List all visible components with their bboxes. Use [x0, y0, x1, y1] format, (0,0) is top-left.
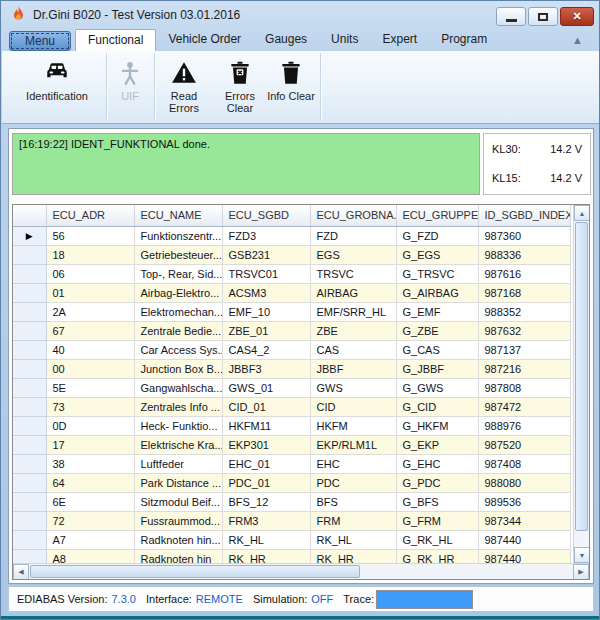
identification-button[interactable]: Identification: [10, 53, 104, 122]
vertical-scrollbar[interactable]: ▲ ▼: [573, 205, 589, 563]
table-cell[interactable]: 987440: [478, 530, 570, 549]
row-selector[interactable]: [13, 245, 46, 264]
table-row[interactable]: 40Car Access Sys...CAS4_2CASG_CAS987137: [13, 340, 570, 359]
table-cell[interactable]: Car Access Sys...: [134, 340, 222, 359]
table-cell[interactable]: G_EHC: [396, 454, 478, 473]
table-cell[interactable]: 988976: [478, 416, 570, 435]
table-row[interactable]: 38LuftfederEHC_01EHCG_EHC987408: [13, 454, 570, 473]
row-selector[interactable]: [13, 302, 46, 321]
column-header[interactable]: ID_SGBD_INDEX: [478, 205, 570, 226]
table-row[interactable]: ▶56Funktionszentr...FZD3FZDG_FZD987360: [13, 226, 570, 245]
tab-units[interactable]: Units: [319, 29, 370, 51]
row-selector[interactable]: ▶: [13, 226, 46, 245]
table-cell[interactable]: 01: [46, 283, 134, 302]
table-cell[interactable]: EMF/SRR_HL: [310, 302, 396, 321]
table-cell[interactable]: 5E: [46, 378, 134, 397]
table-cell[interactable]: G_HKFM: [396, 416, 478, 435]
collapse-ribbon-icon[interactable]: ▲: [572, 34, 583, 46]
table-row[interactable]: 64Park Distance ...PDC_01PDCG_PDC988080: [13, 473, 570, 492]
table-row[interactable]: A8Radknoten hinRK_HRRK_HRG_RK_HR987440: [13, 549, 570, 563]
table-cell[interactable]: 987520: [478, 435, 570, 454]
menu-button[interactable]: Menu: [9, 31, 71, 51]
close-button[interactable]: ✕: [560, 7, 594, 26]
info-clear-button[interactable]: Info Clear: [266, 53, 316, 122]
table-cell[interactable]: RK_HR: [222, 549, 310, 563]
table-cell[interactable]: FRM3: [222, 511, 310, 530]
table-cell[interactable]: G_EKP: [396, 435, 478, 454]
table-cell[interactable]: 17: [46, 435, 134, 454]
table-cell[interactable]: Elektrische Kra...: [134, 435, 222, 454]
row-selector[interactable]: [13, 283, 46, 302]
scroll-left-button[interactable]: ◀: [13, 564, 29, 580]
column-header[interactable]: ECU_GRUPPE: [396, 205, 478, 226]
tab-vehicle-order[interactable]: Vehicle Order: [156, 29, 253, 51]
table-cell[interactable]: RK_HL: [222, 530, 310, 549]
tab-expert[interactable]: Expert: [370, 29, 429, 51]
table-cell[interactable]: 987472: [478, 397, 570, 416]
table-row[interactable]: 73Zentrales Info ...CID_01CIDG_CID987472: [13, 397, 570, 416]
horizontal-scrollbar[interactable]: ◀ ▶: [13, 563, 589, 579]
table-cell[interactable]: CID_01: [222, 397, 310, 416]
table-cell[interactable]: Elektromechan...: [134, 302, 222, 321]
row-selector[interactable]: [13, 454, 46, 473]
table-row[interactable]: 67Zentrale Bedie...ZBE_01ZBEG_ZBE987632: [13, 321, 570, 340]
table-cell[interactable]: Zentrales Info ...: [134, 397, 222, 416]
tab-functional[interactable]: Functional: [75, 29, 156, 51]
table-cell[interactable]: G_TRSVC: [396, 264, 478, 283]
column-header[interactable]: ECU_GROBNA...: [310, 205, 396, 226]
table-cell[interactable]: 987440: [478, 549, 570, 563]
scroll-right-button[interactable]: ▶: [573, 564, 589, 580]
table-cell[interactable]: CAS: [310, 340, 396, 359]
row-selector[interactable]: [13, 416, 46, 435]
table-cell[interactable]: JBBF: [310, 359, 396, 378]
table-cell[interactable]: EKP301: [222, 435, 310, 454]
column-header[interactable]: ECU_SGBD: [222, 205, 310, 226]
table-cell[interactable]: Airbag-Elektro...: [134, 283, 222, 302]
table-row[interactable]: 18Getriebesteuer...GSB231EGSG_EGS988336: [13, 245, 570, 264]
table-cell[interactable]: 988336: [478, 245, 570, 264]
table-cell[interactable]: 67: [46, 321, 134, 340]
column-header[interactable]: ECU_NAME: [134, 205, 222, 226]
row-selector[interactable]: [13, 397, 46, 416]
table-cell[interactable]: 988352: [478, 302, 570, 321]
table-cell[interactable]: 00: [46, 359, 134, 378]
table-cell[interactable]: TRSVC01: [222, 264, 310, 283]
table-cell[interactable]: G_CID: [396, 397, 478, 416]
read-errors-button[interactable]: Read Errors: [158, 53, 210, 122]
table-row[interactable]: 00Junction Box B...JBBF3JBBFG_JBBF987216: [13, 359, 570, 378]
table-cell[interactable]: Heck- Funktio...: [134, 416, 222, 435]
table-cell[interactable]: ACSM3: [222, 283, 310, 302]
table-cell[interactable]: 64: [46, 473, 134, 492]
scroll-down-button[interactable]: ▼: [574, 547, 590, 563]
table-cell[interactable]: 987360: [478, 226, 570, 245]
table-cell[interactable]: GSB231: [222, 245, 310, 264]
table-cell[interactable]: RK_HL: [310, 530, 396, 549]
table-cell[interactable]: CAS4_2: [222, 340, 310, 359]
table-cell[interactable]: 987137: [478, 340, 570, 359]
table-cell[interactable]: 987632: [478, 321, 570, 340]
table-row[interactable]: 01Airbag-Elektro...ACSM3AIRBAGG_AIRBAG98…: [13, 283, 570, 302]
vertical-scroll-thumb[interactable]: [575, 222, 588, 531]
table-cell[interactable]: Luftfeder: [134, 454, 222, 473]
table-cell[interactable]: JBBF3: [222, 359, 310, 378]
table-cell[interactable]: G_ZBE: [396, 321, 478, 340]
table-row[interactable]: 72Fussraummod...FRM3FRMG_FRM987344: [13, 511, 570, 530]
row-selector[interactable]: [13, 435, 46, 454]
table-cell[interactable]: Top-, Rear, Sid...: [134, 264, 222, 283]
table-cell[interactable]: EGS: [310, 245, 396, 264]
table-cell[interactable]: G_BFS: [396, 492, 478, 511]
table-cell[interactable]: G_EMF: [396, 302, 478, 321]
table-cell[interactable]: 72: [46, 511, 134, 530]
table-cell[interactable]: Gangwahlscha...: [134, 378, 222, 397]
table-cell[interactable]: GWS: [310, 378, 396, 397]
table-cell[interactable]: PDC_01: [222, 473, 310, 492]
table-cell[interactable]: GWS_01: [222, 378, 310, 397]
row-selector[interactable]: [13, 340, 46, 359]
table-cell[interactable]: Radknoten hin: [134, 549, 222, 563]
table-cell[interactable]: FRM: [310, 511, 396, 530]
table-cell[interactable]: 987344: [478, 511, 570, 530]
table-cell[interactable]: ZBE: [310, 321, 396, 340]
minimize-button[interactable]: [496, 7, 526, 26]
table-cell[interactable]: G_RK_HL: [396, 530, 478, 549]
table-cell[interactable]: Getriebesteuer...: [134, 245, 222, 264]
